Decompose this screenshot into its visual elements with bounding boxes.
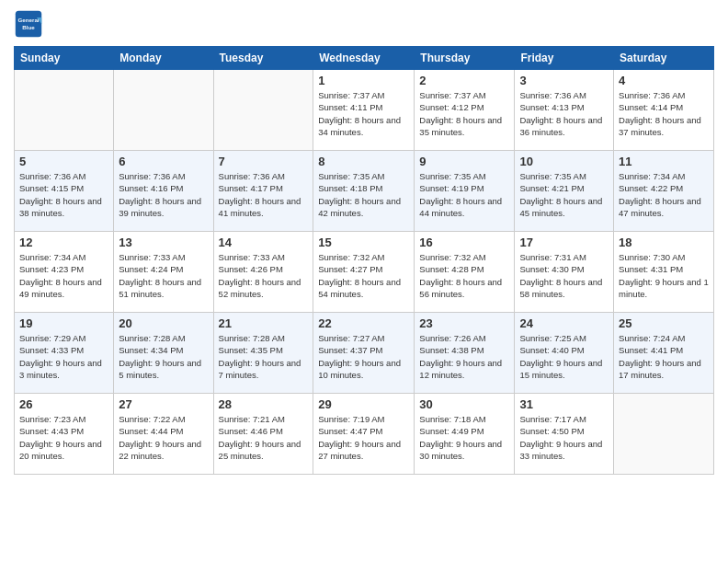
day-number: 20 xyxy=(119,316,208,330)
day-number: 8 xyxy=(318,155,409,168)
calendar-cell xyxy=(114,70,213,151)
day-info: Sunrise: 7:34 AM Sunset: 4:22 PM Dayligh… xyxy=(619,170,709,219)
calendar-cell: 30Sunrise: 7:18 AM Sunset: 4:49 PM Dayli… xyxy=(415,394,515,475)
day-info: Sunrise: 7:37 AM Sunset: 4:11 PM Dayligh… xyxy=(318,89,409,138)
calendar-cell: 14Sunrise: 7:33 AM Sunset: 4:26 PM Dayli… xyxy=(213,232,313,313)
day-info: Sunrise: 7:36 AM Sunset: 4:13 PM Dayligh… xyxy=(519,89,609,138)
day-number: 17 xyxy=(519,236,609,249)
calendar-cell: 11Sunrise: 7:34 AM Sunset: 4:22 PM Dayli… xyxy=(614,151,714,232)
day-info: Sunrise: 7:36 AM Sunset: 4:16 PM Dayligh… xyxy=(119,170,208,219)
calendar-cell: 22Sunrise: 7:27 AM Sunset: 4:37 PM Dayli… xyxy=(313,313,415,394)
logo-icon: General Blue xyxy=(14,9,43,39)
page-header: General Blue xyxy=(14,9,714,39)
calendar-cell: 15Sunrise: 7:32 AM Sunset: 4:27 PM Dayli… xyxy=(313,232,415,313)
svg-text:Blue: Blue xyxy=(22,24,35,30)
day-number: 29 xyxy=(318,397,409,411)
calendar-week-row: 12Sunrise: 7:34 AM Sunset: 4:23 PM Dayli… xyxy=(15,232,714,313)
day-number: 25 xyxy=(619,316,709,330)
calendar-cell: 21Sunrise: 7:28 AM Sunset: 4:35 PM Dayli… xyxy=(213,313,313,394)
day-number: 19 xyxy=(19,316,108,330)
calendar-cell: 26Sunrise: 7:23 AM Sunset: 4:43 PM Dayli… xyxy=(15,394,114,475)
day-number: 6 xyxy=(119,155,208,168)
day-of-week-header: Saturday xyxy=(614,47,714,70)
day-info: Sunrise: 7:24 AM Sunset: 4:41 PM Dayligh… xyxy=(619,332,709,381)
calendar-cell: 20Sunrise: 7:28 AM Sunset: 4:34 PM Dayli… xyxy=(114,313,213,394)
logo: General Blue xyxy=(14,9,47,39)
calendar-week-row: 26Sunrise: 7:23 AM Sunset: 4:43 PM Dayli… xyxy=(15,394,714,475)
day-info: Sunrise: 7:32 AM Sunset: 4:27 PM Dayligh… xyxy=(318,251,409,300)
day-number: 30 xyxy=(419,397,509,411)
day-number: 13 xyxy=(119,236,208,249)
day-of-week-header: Friday xyxy=(515,47,614,70)
day-info: Sunrise: 7:18 AM Sunset: 4:49 PM Dayligh… xyxy=(419,413,509,462)
day-info: Sunrise: 7:32 AM Sunset: 4:28 PM Dayligh… xyxy=(419,251,509,300)
calendar-cell: 5Sunrise: 7:36 AM Sunset: 4:15 PM Daylig… xyxy=(15,151,114,232)
day-info: Sunrise: 7:27 AM Sunset: 4:37 PM Dayligh… xyxy=(318,332,409,381)
day-number: 23 xyxy=(419,316,509,330)
calendar-cell: 2Sunrise: 7:37 AM Sunset: 4:12 PM Daylig… xyxy=(415,70,515,151)
day-number: 4 xyxy=(619,74,709,87)
calendar-cell: 1Sunrise: 7:37 AM Sunset: 4:11 PM Daylig… xyxy=(313,70,415,151)
calendar-cell: 7Sunrise: 7:36 AM Sunset: 4:17 PM Daylig… xyxy=(213,151,313,232)
calendar-cell: 4Sunrise: 7:36 AM Sunset: 4:14 PM Daylig… xyxy=(614,70,714,151)
day-number: 3 xyxy=(519,74,609,87)
day-info: Sunrise: 7:28 AM Sunset: 4:35 PM Dayligh… xyxy=(219,332,309,381)
day-number: 14 xyxy=(219,236,309,249)
day-info: Sunrise: 7:33 AM Sunset: 4:24 PM Dayligh… xyxy=(119,251,208,300)
day-of-week-header: Wednesday xyxy=(313,47,415,70)
day-info: Sunrise: 7:17 AM Sunset: 4:50 PM Dayligh… xyxy=(519,413,609,462)
calendar-cell: 23Sunrise: 7:26 AM Sunset: 4:38 PM Dayli… xyxy=(415,313,515,394)
calendar-cell xyxy=(614,394,714,475)
day-info: Sunrise: 7:19 AM Sunset: 4:47 PM Dayligh… xyxy=(318,413,409,462)
day-number: 7 xyxy=(219,155,309,168)
day-info: Sunrise: 7:34 AM Sunset: 4:23 PM Dayligh… xyxy=(19,251,108,300)
day-number: 22 xyxy=(318,316,409,330)
calendar-cell xyxy=(213,70,313,151)
calendar-cell: 24Sunrise: 7:25 AM Sunset: 4:40 PM Dayli… xyxy=(515,313,614,394)
calendar-cell: 13Sunrise: 7:33 AM Sunset: 4:24 PM Dayli… xyxy=(114,232,213,313)
day-number: 5 xyxy=(19,155,108,168)
day-info: Sunrise: 7:36 AM Sunset: 4:15 PM Dayligh… xyxy=(19,170,108,219)
day-number: 11 xyxy=(619,155,709,168)
day-of-week-header: Thursday xyxy=(415,47,515,70)
day-number: 31 xyxy=(519,397,609,411)
day-info: Sunrise: 7:23 AM Sunset: 4:43 PM Dayligh… xyxy=(19,413,108,462)
calendar-page: General Blue SundayMondayTuesdayWednesda… xyxy=(0,0,728,563)
day-number: 24 xyxy=(519,316,609,330)
day-number: 12 xyxy=(19,236,108,249)
day-info: Sunrise: 7:35 AM Sunset: 4:18 PM Dayligh… xyxy=(318,170,409,219)
calendar-cell: 18Sunrise: 7:30 AM Sunset: 4:31 PM Dayli… xyxy=(614,232,714,313)
day-info: Sunrise: 7:21 AM Sunset: 4:46 PM Dayligh… xyxy=(219,413,309,462)
day-info: Sunrise: 7:35 AM Sunset: 4:21 PM Dayligh… xyxy=(519,170,609,219)
calendar-week-row: 5Sunrise: 7:36 AM Sunset: 4:15 PM Daylig… xyxy=(15,151,714,232)
day-of-week-header: Monday xyxy=(114,47,213,70)
day-number: 2 xyxy=(419,74,509,87)
calendar-header-row: SundayMondayTuesdayWednesdayThursdayFrid… xyxy=(15,47,714,70)
day-info: Sunrise: 7:35 AM Sunset: 4:19 PM Dayligh… xyxy=(419,170,509,219)
calendar-week-row: 1Sunrise: 7:37 AM Sunset: 4:11 PM Daylig… xyxy=(15,70,714,151)
day-number: 27 xyxy=(119,397,208,411)
calendar-cell: 16Sunrise: 7:32 AM Sunset: 4:28 PM Dayli… xyxy=(415,232,515,313)
day-info: Sunrise: 7:22 AM Sunset: 4:44 PM Dayligh… xyxy=(119,413,208,462)
day-info: Sunrise: 7:36 AM Sunset: 4:17 PM Dayligh… xyxy=(219,170,309,219)
calendar-cell xyxy=(15,70,114,151)
day-info: Sunrise: 7:30 AM Sunset: 4:31 PM Dayligh… xyxy=(619,251,709,300)
day-number: 1 xyxy=(318,74,409,87)
day-number: 9 xyxy=(419,155,509,168)
calendar-cell: 3Sunrise: 7:36 AM Sunset: 4:13 PM Daylig… xyxy=(515,70,614,151)
calendar-cell: 31Sunrise: 7:17 AM Sunset: 4:50 PM Dayli… xyxy=(515,394,614,475)
calendar-week-row: 19Sunrise: 7:29 AM Sunset: 4:33 PM Dayli… xyxy=(15,313,714,394)
svg-text:General: General xyxy=(17,17,39,23)
day-of-week-header: Sunday xyxy=(15,47,114,70)
day-info: Sunrise: 7:28 AM Sunset: 4:34 PM Dayligh… xyxy=(119,332,208,381)
day-info: Sunrise: 7:31 AM Sunset: 4:30 PM Dayligh… xyxy=(519,251,609,300)
calendar-cell: 17Sunrise: 7:31 AM Sunset: 4:30 PM Dayli… xyxy=(515,232,614,313)
day-info: Sunrise: 7:25 AM Sunset: 4:40 PM Dayligh… xyxy=(519,332,609,381)
day-info: Sunrise: 7:26 AM Sunset: 4:38 PM Dayligh… xyxy=(419,332,509,381)
calendar-cell: 6Sunrise: 7:36 AM Sunset: 4:16 PM Daylig… xyxy=(114,151,213,232)
day-number: 16 xyxy=(419,236,509,249)
day-number: 15 xyxy=(318,236,409,249)
calendar-cell: 10Sunrise: 7:35 AM Sunset: 4:21 PM Dayli… xyxy=(515,151,614,232)
day-number: 26 xyxy=(19,397,108,411)
day-number: 18 xyxy=(619,236,709,249)
